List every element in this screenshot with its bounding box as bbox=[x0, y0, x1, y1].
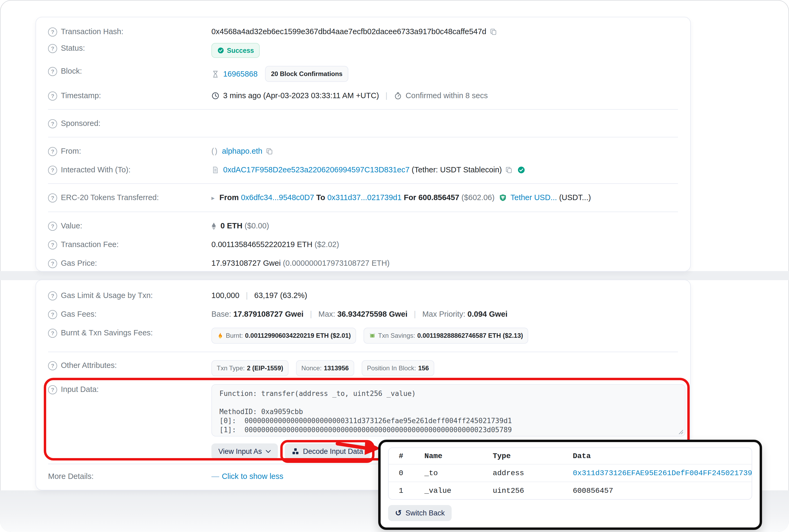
transaction-fee-usd: ($2.02) bbox=[315, 240, 339, 249]
fire-icon bbox=[217, 332, 224, 339]
interacted-address-link[interactable]: 0xdAC17F958D2ee523a2206206994597C13D831e… bbox=[223, 166, 410, 174]
erc20-to-address-link[interactable]: 0x311d37...021739d1 bbox=[327, 193, 401, 202]
help-icon[interactable]: ? bbox=[48, 119, 57, 128]
cell-index: 1 bbox=[399, 487, 425, 495]
row-label: ? Transaction Hash: bbox=[48, 26, 211, 37]
switch-back-button[interactable]: ↺ Switch Back bbox=[388, 505, 452, 521]
help-icon[interactable]: ? bbox=[48, 361, 57, 370]
status-label: Status: bbox=[61, 43, 85, 53]
nonce-badge: Nonce: 1313956 bbox=[296, 360, 354, 376]
interacted-contract-name: (Tether: USDT Stablecoin) bbox=[412, 166, 502, 174]
ens-icon: () bbox=[211, 147, 218, 155]
transaction-overview-card: ? Transaction Hash: 0x4568a4ad32eb6ec159… bbox=[36, 17, 691, 272]
help-icon[interactable]: ? bbox=[48, 27, 57, 37]
decoded-table-row: 0 _to address 0x311d373126EFAE95E261DefF… bbox=[389, 464, 752, 481]
erc20-usd-value: ($602.06) bbox=[462, 193, 494, 202]
divider bbox=[48, 352, 678, 352]
help-icon[interactable]: ? bbox=[48, 310, 57, 319]
status-badge: Success bbox=[211, 43, 260, 58]
cell-name: _value bbox=[425, 487, 493, 495]
gas-price-label: Gas Price: bbox=[61, 258, 97, 268]
eth-icon bbox=[211, 222, 216, 230]
value-usd: ($0.00) bbox=[244, 222, 269, 230]
show-less-toggle[interactable]: —Click to show less bbox=[211, 472, 283, 480]
input-data-textarea[interactable]: Function: transfer(address _to, uint256 … bbox=[211, 384, 685, 436]
cell-data: 600856457 bbox=[573, 487, 752, 495]
row-burnt-savings: ? Burnt & Txn Savings Fees: Burnt: 0.001… bbox=[48, 323, 678, 348]
chevron-down-icon bbox=[266, 450, 271, 453]
erc20-from-address-link[interactable]: 0x6dfc34...9548c0D7 bbox=[241, 193, 314, 202]
help-icon[interactable]: ? bbox=[48, 147, 57, 156]
row-gas-fees: ? Gas Fees: Base: 17.879108727 Gwei | Ma… bbox=[48, 305, 678, 323]
switch-back-label: Switch Back bbox=[406, 509, 445, 518]
help-icon[interactable]: ? bbox=[48, 44, 57, 53]
decoded-table-row: 1 _value uint256 600856457 bbox=[389, 481, 752, 499]
tether-shield-icon bbox=[499, 194, 507, 202]
copy-icon[interactable] bbox=[266, 148, 273, 155]
help-icon[interactable]: ? bbox=[48, 241, 57, 249]
transaction-fee-label: Transaction Fee: bbox=[61, 239, 119, 249]
undo-icon: ↺ bbox=[395, 510, 402, 516]
decoded-table-header: # Name Type Data bbox=[389, 448, 752, 464]
txn-savings-value: 0.001198288862746587 ETH ($2.13) bbox=[417, 330, 523, 341]
view-input-as-label: View Input As bbox=[218, 447, 262, 456]
copy-icon[interactable] bbox=[490, 28, 497, 36]
help-icon[interactable]: ? bbox=[48, 291, 57, 300]
row-status: ? Status: Success bbox=[48, 39, 678, 62]
help-icon[interactable]: ? bbox=[48, 259, 57, 268]
decoded-table: # Name Type Data 0 _to address 0x311d373… bbox=[388, 448, 752, 500]
money-wings-icon bbox=[369, 332, 376, 339]
divider bbox=[48, 183, 678, 184]
help-icon[interactable]: ? bbox=[48, 166, 57, 175]
decoded-input-popup: # Name Type Data 0 _to address 0x311d373… bbox=[378, 440, 762, 530]
block-number-link[interactable]: 16965868 bbox=[223, 70, 258, 78]
row-from: ? From: () alphapo.eth bbox=[48, 142, 678, 160]
row-transaction-fee: ? Transaction Fee: 0.001135846552220219 … bbox=[48, 235, 678, 254]
cell-index: 0 bbox=[399, 469, 425, 477]
row-gas-price: ? Gas Price: 17.973108727 Gwei (0.000000… bbox=[48, 254, 678, 272]
status-badge-text: Success bbox=[227, 45, 254, 56]
check-circle-icon bbox=[217, 47, 224, 54]
copy-icon[interactable] bbox=[505, 166, 512, 174]
decoded-address-link[interactable]: 0x311d373126EFAE95E261DefF004FF245021739… bbox=[573, 469, 752, 477]
other-attributes-label: Other Attributes: bbox=[61, 360, 117, 370]
erc20-token-symbol: (USDT...) bbox=[559, 193, 591, 202]
more-details-label: More Details: bbox=[48, 471, 94, 481]
blocks-icon bbox=[292, 448, 299, 455]
erc20-token-link[interactable]: Tether USD... bbox=[511, 193, 557, 202]
row-gas-limit: ? Gas Limit & Usage by Txn: 100,000 | 63… bbox=[48, 286, 678, 305]
row-interacted-with: ? Interacted With (To): 0xdAC17F958D2ee5… bbox=[48, 160, 678, 179]
row-timestamp: ? Timestamp: 3 mins ago (Apr-03-2023 03:… bbox=[48, 86, 678, 105]
from-label: From: bbox=[61, 146, 81, 156]
block-confirmations-badge: 20 Block Confirmations bbox=[265, 66, 348, 82]
cell-name: _to bbox=[425, 469, 493, 477]
timestamp-value: 3 mins ago (Apr-03-2023 03:33:11 AM +UTC… bbox=[223, 91, 379, 100]
txn-savings-badge: Txn Savings: 0.001198288862746587 ETH ($… bbox=[363, 328, 528, 344]
interacted-with-label: Interacted With (To): bbox=[61, 165, 131, 175]
gas-usage-value: 63,197 (63.2%) bbox=[255, 291, 307, 300]
help-icon[interactable]: ? bbox=[48, 222, 57, 231]
cell-type: address bbox=[493, 469, 573, 477]
from-address-link[interactable]: alphapo.eth bbox=[222, 147, 262, 155]
dash-icon: — bbox=[211, 472, 219, 480]
help-icon[interactable]: ? bbox=[48, 385, 57, 394]
confirmed-within-text: Confirmed within 8 secs bbox=[406, 91, 488, 100]
help-icon[interactable]: ? bbox=[48, 92, 57, 100]
view-input-as-button[interactable]: View Input As bbox=[211, 443, 278, 459]
row-transaction-hash: ? Transaction Hash: 0x4568a4ad32eb6ec159… bbox=[48, 24, 678, 39]
gas-limit-label: Gas Limit & Usage by Txn: bbox=[61, 290, 153, 300]
help-icon[interactable]: ? bbox=[48, 329, 57, 338]
help-icon[interactable]: ? bbox=[48, 193, 57, 203]
gas-limit-value: 100,000 bbox=[211, 291, 240, 300]
help-icon[interactable]: ? bbox=[48, 67, 57, 76]
resize-handle[interactable] bbox=[678, 429, 683, 434]
position-in-block-badge: Position In Block: 156 bbox=[362, 360, 434, 376]
clock-icon bbox=[211, 92, 220, 100]
contract-document-icon bbox=[211, 166, 220, 174]
erc20-for-label: For bbox=[404, 193, 416, 202]
gas-price-gwei: 17.973108727 Gwei bbox=[211, 259, 281, 267]
gas-fees-base: 17.879108727 Gwei bbox=[233, 310, 303, 318]
header-index: # bbox=[399, 452, 425, 460]
divider bbox=[48, 137, 678, 137]
nonce-key: Nonce: bbox=[301, 363, 322, 373]
